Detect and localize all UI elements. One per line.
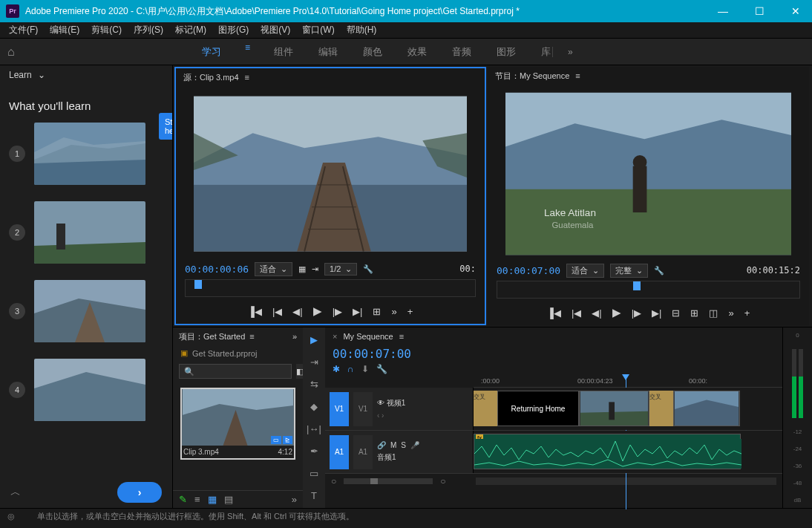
menu-view[interactable]: 视图(V) (256, 22, 295, 38)
workspace-editing[interactable]: 编辑 (317, 42, 339, 62)
snap-icon[interactable]: ✱ (333, 364, 340, 374)
workspace-libraries[interactable]: 库 (540, 42, 552, 62)
video-clip[interactable] (673, 391, 740, 426)
overflow-icon[interactable]: » (391, 306, 396, 317)
freeform-view-icon[interactable]: ▤ (224, 494, 233, 505)
home-icon[interactable]: ⌂ (7, 45, 30, 59)
program-timecode[interactable]: 00:00:07:00 (497, 265, 560, 276)
transition-clip[interactable]: 交叉 (474, 391, 497, 426)
sequence-name[interactable]: My Sequence (343, 332, 393, 341)
overflow-icon[interactable]: » (728, 307, 733, 319)
lesson-item[interactable]: 4 (9, 359, 163, 421)
link-icon[interactable]: 🔗 (377, 441, 386, 449)
workspace-effects[interactable]: 效果 (406, 42, 428, 62)
goto-in-icon[interactable]: |◀ (272, 306, 282, 317)
marker-icon[interactable]: ⬇ (361, 364, 369, 374)
next-button[interactable]: › (117, 482, 162, 503)
goto-out-icon[interactable]: ▶| (652, 307, 661, 319)
zoom-slider[interactable] (344, 478, 433, 484)
search-input[interactable] (179, 364, 292, 379)
resolution-dropdown[interactable]: 1/2 ⌄ (324, 263, 357, 276)
step-back-icon[interactable]: ◀| (292, 306, 302, 317)
mute-button[interactable]: M (390, 441, 396, 449)
pen-icon[interactable]: ✎ (179, 494, 187, 505)
settings-icon[interactable]: ▦ (298, 264, 306, 274)
chevron-down-icon[interactable]: ⌄ (38, 70, 45, 80)
add-button-icon[interactable]: + (744, 307, 750, 319)
menu-sequence[interactable]: 序列(S) (129, 22, 168, 38)
track-content[interactable]: 交叉 Returning Home 交叉 (474, 388, 782, 430)
track-target-v1[interactable]: V1 (353, 392, 373, 426)
panel-menu-icon[interactable]: ≡ (575, 71, 580, 80)
pen-tool-icon[interactable]: ✒ (307, 443, 321, 458)
timeline-timecode[interactable]: 00:00:07:00 (333, 347, 411, 361)
menu-graphics[interactable]: 图形(G) (214, 22, 253, 38)
zoom-in-icon[interactable]: ○ (440, 476, 445, 486)
workspace-assembly[interactable]: 组件 (272, 42, 295, 62)
fit-dropdown[interactable]: 适合 ⌄ (566, 264, 604, 278)
linked-selection-icon[interactable]: ∩ (347, 364, 354, 374)
hamburger-icon[interactable]: ≡ (245, 42, 250, 62)
minimize-button[interactable]: — (712, 4, 734, 19)
source-patch-a1[interactable]: A1 (330, 435, 349, 469)
track-target-a1[interactable]: A1 (353, 435, 373, 469)
panel-menu-icon[interactable]: ≡ (245, 73, 249, 82)
close-icon[interactable]: × (333, 332, 337, 341)
type-tool-icon[interactable]: T (307, 488, 321, 503)
lesson-item[interactable]: 2 (9, 201, 163, 264)
insert-icon[interactable]: ⊞ (373, 306, 381, 317)
collapse-icon[interactable]: ︿ (10, 486, 21, 499)
menu-help[interactable]: 帮助(H) (342, 22, 382, 38)
zoom-out-icon[interactable]: ○ (331, 476, 336, 486)
voiceover-icon[interactable]: 🎤 (410, 441, 419, 449)
menu-marker[interactable]: 标记(M) (171, 22, 211, 38)
export-frame-icon[interactable]: ◫ (709, 307, 718, 319)
ripple-tool-icon[interactable]: ⇆ (307, 377, 321, 391)
wrench-icon[interactable]: 🔧 (363, 264, 373, 274)
icon-view-icon[interactable]: ▦ (208, 494, 217, 505)
toggle-output-icon[interactable]: 👁 (377, 399, 384, 407)
list-view-icon[interactable]: ≡ (194, 494, 200, 505)
workspace-overflow-icon[interactable]: » (568, 47, 573, 57)
overflow-icon[interactable]: » (292, 332, 297, 341)
transition-clip[interactable]: 交叉 (649, 391, 673, 426)
maximize-button[interactable]: ☐ (749, 4, 770, 19)
workspace-graphics[interactable]: 图形 (495, 42, 517, 62)
play-button[interactable]: ▶ (612, 306, 621, 319)
close-button[interactable]: ✕ (785, 4, 806, 19)
title-clip[interactable]: Returning Home (497, 391, 579, 426)
quality-dropdown[interactable]: 完整 ⌄ (610, 264, 648, 278)
menu-window[interactable]: 窗口(W) (298, 22, 338, 38)
mark-in-icon[interactable]: ▐◀ (547, 307, 561, 319)
time-ruler[interactable]: :00:00 00:00:04:23 00:00: (474, 376, 782, 388)
program-video[interactable]: Lake AtitlanGuatemala (505, 89, 791, 258)
coach-tooltip[interactable]: St he (159, 113, 172, 140)
lesson-item[interactable]: 3 (9, 280, 163, 342)
settings-icon[interactable]: 🔧 (376, 364, 387, 374)
step-fwd-icon[interactable]: |▶ (632, 307, 641, 319)
source-timecode[interactable]: 00:00:00:06 (185, 264, 249, 275)
track-select-tool-icon[interactable]: ⇥ (307, 354, 321, 369)
panel-menu-icon[interactable]: ≡ (249, 332, 254, 341)
goto-in-icon[interactable]: |◀ (572, 307, 581, 319)
hand-tool-icon[interactable]: ▭ (307, 466, 321, 480)
solo-button[interactable]: S (401, 441, 406, 449)
step-back-icon[interactable]: ◀| (592, 307, 601, 319)
extract-icon[interactable]: ⊞ (690, 307, 698, 319)
audio-clip[interactable]: fx L (474, 434, 741, 469)
source-video[interactable] (194, 91, 467, 257)
razor-tool-icon[interactable]: ◆ (307, 399, 321, 414)
program-scrubber[interactable] (497, 281, 800, 299)
workspace-learn[interactable]: 学习 (200, 42, 223, 62)
overflow-icon[interactable]: » (292, 494, 297, 505)
slip-tool-icon[interactable]: |↔| (307, 421, 321, 436)
workspace-audio[interactable]: 音频 (451, 42, 473, 62)
panel-menu-icon[interactable]: ≡ (399, 332, 404, 341)
source-scrubber[interactable] (185, 279, 476, 297)
project-clip[interactable]: ▭⊵ Clip 3.mp44:12 (180, 388, 295, 460)
menu-clip[interactable]: 剪辑(C) (87, 22, 126, 38)
fit-dropdown[interactable]: 适合 ⌄ (255, 262, 292, 276)
lesson-item[interactable]: 1 (9, 123, 163, 185)
lift-icon[interactable]: ⊟ (672, 307, 680, 319)
video-clip[interactable] (579, 391, 649, 426)
